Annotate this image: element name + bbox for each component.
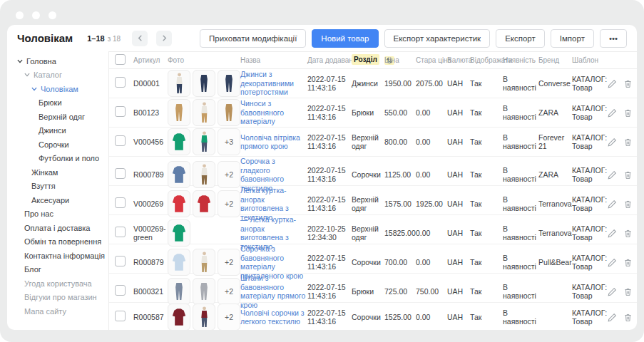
product-photo[interactable]: [218, 99, 240, 126]
product-photo[interactable]: [193, 128, 215, 155]
product-photo[interactable]: [168, 304, 190, 330]
edit-button[interactable]: [608, 138, 617, 147]
more-photos-badge[interactable]: +2: [218, 190, 240, 217]
row-checkbox[interactable]: [115, 311, 126, 321]
more-photos-badge[interactable]: +2: [218, 161, 240, 188]
product-photo[interactable]: [168, 70, 190, 97]
product-photo[interactable]: [168, 278, 190, 305]
hide-modifications-button[interactable]: Приховати модифікації: [200, 29, 306, 48]
sidebar-item-брюки[interactable]: Брюки: [7, 96, 108, 110]
column-header-name[interactable]: Назва: [240, 56, 306, 64]
sidebar-item-футболки-и-поло[interactable]: Футболки и поло: [7, 152, 108, 166]
delete-button[interactable]: [623, 108, 633, 118]
row-checkbox[interactable]: [115, 227, 126, 237]
sidebar-item-про-нас[interactable]: Про нас: [7, 207, 108, 222]
row-checkbox[interactable]: [115, 135, 126, 146]
edit-button[interactable]: [608, 287, 617, 296]
column-header-sku[interactable]: Артикул: [133, 56, 166, 64]
column-header-photo[interactable]: Фото: [168, 56, 239, 64]
product-photo[interactable]: [168, 99, 190, 126]
product-photo[interactable]: [168, 190, 190, 217]
more-photos-badge[interactable]: +2: [218, 304, 240, 330]
next-page-button[interactable]: [156, 31, 172, 46]
delete-button[interactable]: [623, 313, 633, 322]
prev-page-button[interactable]: [132, 31, 148, 46]
edit-button[interactable]: [608, 229, 617, 238]
product-photo[interactable]: [193, 190, 215, 217]
edit-button[interactable]: [608, 79, 617, 88]
delete-button[interactable]: [623, 200, 633, 209]
row-checkbox[interactable]: [115, 197, 126, 208]
export-button[interactable]: Експорт: [496, 29, 545, 48]
edit-button[interactable]: [608, 313, 617, 322]
sidebar-item-контактна-інформація[interactable]: Контактна інформація: [7, 249, 108, 263]
edit-button[interactable]: [608, 108, 617, 118]
row-checkbox[interactable]: [115, 168, 126, 179]
delete-button[interactable]: [623, 138, 633, 147]
product-name-link[interactable]: Чоловічі сорочки з легкого текстилю: [240, 309, 305, 326]
product-photo[interactable]: [193, 161, 215, 188]
sidebar-item-чоловікам[interactable]: Чоловікам: [7, 82, 108, 96]
sidebar-item-джинси[interactable]: Джинси: [7, 124, 108, 138]
edit-button[interactable]: [608, 258, 617, 267]
more-photos-badge[interactable]: +2: [218, 249, 240, 276]
sidebar-item-мапа-сайту[interactable]: Мапа сайту: [7, 304, 108, 318]
product-photo[interactable]: [168, 219, 190, 247]
sidebar-item-обмін-та-повернення[interactable]: Обмін та повернення: [7, 235, 108, 249]
sidebar-item-оплата-і-доставка[interactable]: Оплата і доставка: [7, 221, 108, 235]
sidebar-item-взуття[interactable]: Взуття: [7, 180, 108, 194]
delete-button[interactable]: [623, 287, 633, 296]
new-product-button[interactable]: Новий товар: [312, 29, 378, 48]
more-actions-button[interactable]: •••: [600, 29, 627, 48]
sidebar-item-жінкам[interactable]: Жінкам: [7, 165, 108, 180]
product-name-link[interactable]: Чиноси з бавовняного матеріалу: [240, 99, 284, 125]
column-header-display[interactable]: Відображати: [470, 56, 501, 64]
sidebar-item-аксесуари[interactable]: Аксесуари: [7, 193, 108, 207]
select-all-checkbox[interactable]: [115, 54, 126, 65]
sidebar-item-сорочки[interactable]: Сорочки: [7, 138, 108, 152]
product-photo[interactable]: [168, 249, 190, 276]
product-photo[interactable]: [193, 249, 215, 276]
product-photo[interactable]: [193, 70, 215, 97]
column-header-old_price[interactable]: Стара ціна: [416, 56, 446, 64]
product-photo[interactable]: [218, 70, 240, 97]
delete-button[interactable]: [623, 79, 633, 88]
sidebar-item-верхній-одяг[interactable]: Верхній одяг: [7, 110, 108, 124]
product-photo[interactable]: [168, 128, 190, 155]
product-name-link[interactable]: Чоловіча вітрівка прямого крою: [240, 133, 300, 151]
chevron-left-icon: [137, 35, 143, 41]
row-checkbox[interactable]: [115, 106, 126, 117]
column-header-section[interactable]: Розділ: [352, 56, 383, 64]
delete-button[interactable]: [623, 258, 633, 267]
column-header-currency[interactable]: Валюта: [447, 56, 469, 64]
column-header-availability[interactable]: Наявність: [503, 56, 537, 64]
more-photos-badge[interactable]: +2: [218, 278, 240, 305]
product-photo[interactable]: [193, 278, 215, 305]
sidebar-item-відгуки-про-магазин[interactable]: Відгуки про магазин: [7, 291, 108, 305]
product-photo[interactable]: [168, 161, 190, 188]
sidebar-item-блог[interactable]: Блог: [7, 263, 108, 277]
sidebar-item-угода-користувача[interactable]: Угода користувача: [7, 276, 108, 291]
sidebar-item-каталог[interactable]: Каталог: [7, 68, 108, 83]
export-characteristics-button[interactable]: Експорт характеристик: [384, 29, 491, 48]
product-photo[interactable]: [193, 304, 215, 330]
sidebar-item-головна[interactable]: Головна: [7, 54, 108, 68]
column-header-brand[interactable]: Бренд: [538, 56, 571, 64]
more-photos-badge[interactable]: +3: [218, 128, 240, 155]
column-header-date[interactable]: Дата додавання: [307, 56, 350, 64]
edit-button[interactable]: [608, 170, 617, 180]
delete-button[interactable]: [623, 170, 633, 180]
product-name-link[interactable]: Джинси з декоративними потертостями: [240, 70, 294, 96]
edit-button[interactable]: [608, 200, 617, 209]
cell-availability: В наявності: [503, 166, 537, 184]
row-checkbox[interactable]: [115, 77, 126, 88]
column-header-template[interactable]: Шаблон: [572, 56, 606, 64]
row-checkbox[interactable]: [115, 256, 126, 266]
sidebar-item-label: Обмін та повернення: [24, 237, 101, 246]
product-name-link[interactable]: Штани з бавовняного матеріалу прямого кр…: [240, 274, 305, 309]
delete-button[interactable]: [623, 229, 633, 238]
import-button[interactable]: Імпорт: [551, 29, 594, 48]
column-header-price[interactable]: Ціна: [384, 56, 414, 64]
product-photo[interactable]: [193, 99, 215, 126]
row-checkbox[interactable]: [115, 285, 126, 296]
